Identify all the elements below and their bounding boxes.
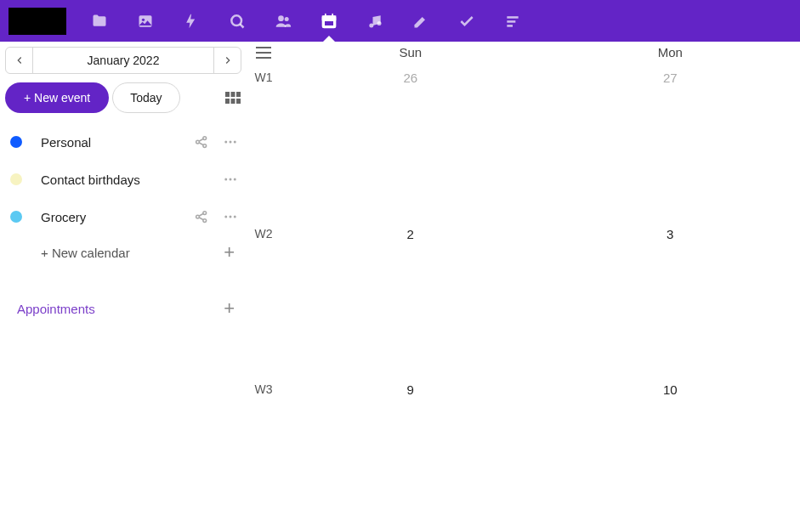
calendar-item[interactable]: Contact birthdays [5,161,241,198]
week-label[interactable]: W3 [247,376,281,532]
next-month-button[interactable] [213,48,241,73]
activity-icon[interactable] [168,0,214,42]
svg-point-31 [230,178,232,181]
svg-line-25 [199,139,203,141]
week-row: W12627 [247,64,800,220]
calendar-header-row: SunMon [247,42,800,64]
date-navigator: January 2022 [5,47,241,74]
svg-point-4 [278,15,284,21]
svg-rect-15 [507,25,513,26]
more-icon[interactable] [223,172,238,187]
day-cell[interactable]: 2 [281,220,541,376]
week-row: W223 [247,220,800,376]
svg-rect-18 [236,92,241,97]
week-row: W3910 [247,376,800,532]
svg-rect-19 [225,99,230,104]
new-calendar-label: + New calendar [41,246,130,260]
calendar-color-dot [10,136,22,148]
weeks-container: W12627W223W3910 [247,64,800,532]
svg-line-36 [199,213,203,216]
day-header: Sun [281,42,541,64]
action-row: + New event Today [5,82,241,113]
calendar-color-dot [10,211,22,223]
calendar-grid-area: SunMon W12627W223W3910 [247,42,800,532]
calendar-actions [194,209,238,224]
svg-point-32 [234,178,236,181]
svg-rect-20 [231,99,235,104]
svg-point-5 [285,17,289,21]
week-label[interactable]: W1 [247,64,281,220]
svg-line-37 [199,218,203,220]
svg-point-39 [230,216,232,218]
calendar-label: Personal [41,135,194,150]
svg-rect-14 [507,20,515,23]
app-logo[interactable] [9,8,66,35]
add-appointment-button[interactable]: + [224,297,235,320]
svg-point-11 [369,23,373,27]
svg-point-1 [142,18,145,20]
day-cell[interactable]: 27 [541,64,801,220]
more-icon[interactable] [223,134,238,150]
svg-point-40 [234,216,236,218]
day-cells: 23 [281,220,800,376]
list-icon[interactable] [490,0,536,42]
calendar-actions [223,172,238,187]
svg-line-3 [240,24,243,27]
plus-icon: + [224,241,235,263]
calendar-icon[interactable] [306,0,352,42]
svg-rect-10 [324,20,334,26]
svg-point-2 [231,15,241,25]
svg-point-27 [224,141,227,144]
calendar-label: Contact birthdays [41,173,223,187]
prev-month-button[interactable] [6,48,33,73]
svg-rect-21 [236,99,241,104]
appointments-label[interactable]: Appointments [17,302,224,316]
svg-rect-17 [231,92,235,97]
day-header: Mon [541,42,801,64]
day-cells: 2627 [281,64,800,220]
more-icon[interactable] [223,209,238,224]
day-cell[interactable]: 3 [541,220,801,376]
week-label[interactable]: W2 [247,220,281,376]
calendar-label: Grocery [41,210,194,224]
svg-point-38 [224,216,227,218]
notes-icon[interactable] [398,0,444,42]
calendar-color-dot [10,173,22,185]
search-icon[interactable] [214,0,260,42]
new-calendar-button[interactable]: + New calendar + [5,235,241,269]
day-cells: 910 [281,376,800,532]
svg-point-30 [224,178,227,181]
svg-point-28 [230,141,232,144]
tasks-icon[interactable] [444,0,490,42]
contacts-icon[interactable] [260,0,306,42]
day-headers: SunMon [281,42,800,64]
nav-icon-row [77,0,536,42]
appointments-section: Appointments + [5,293,241,324]
photos-icon[interactable] [122,0,168,42]
top-navigation-bar [0,0,800,42]
main-content: January 2022 + New event Today PersonalC… [0,42,800,532]
grid-view-icon[interactable] [224,89,241,106]
share-icon[interactable] [194,134,209,150]
svg-line-26 [199,143,203,145]
calendar-item[interactable]: Personal [5,123,241,161]
today-button[interactable]: Today [112,82,179,113]
svg-rect-7 [323,16,336,20]
svg-point-29 [234,141,236,144]
music-icon[interactable] [352,0,398,42]
svg-rect-13 [507,16,518,19]
day-cell[interactable]: 10 [541,376,801,532]
current-period-label[interactable]: January 2022 [33,48,213,73]
calendar-actions [194,134,238,150]
calendar-list: PersonalContact birthdaysGrocery [5,123,241,235]
svg-rect-16 [225,92,230,97]
svg-point-12 [377,21,382,25]
sidebar: January 2022 + New event Today PersonalC… [0,42,247,532]
hamburger-menu-icon[interactable] [247,42,281,64]
new-event-button[interactable]: + New event [5,82,109,113]
calendar-item[interactable]: Grocery [5,198,241,235]
files-icon[interactable] [77,0,122,42]
day-cell[interactable]: 9 [281,376,541,532]
day-cell[interactable]: 26 [281,64,541,220]
share-icon[interactable] [194,209,209,224]
